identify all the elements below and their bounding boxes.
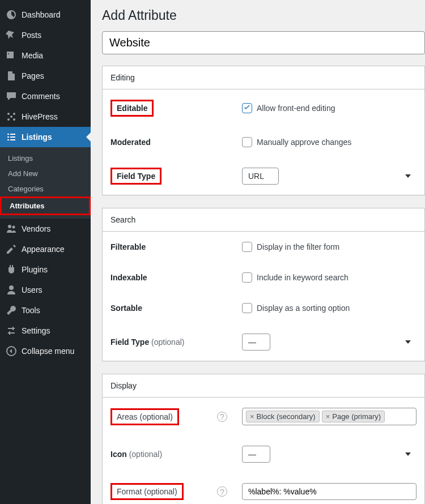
panel-header-editing: Editing (103, 66, 424, 89)
checkbox-sortable[interactable] (242, 303, 252, 313)
row-editing-fieldtype: Field Type URL (103, 157, 424, 195)
sidebar-item-label: Pages (22, 71, 44, 80)
sidebar-item-pages[interactable]: Pages (0, 66, 91, 86)
sidebar-item-label: Media (22, 51, 43, 60)
sidebar-item-collapse[interactable]: Collapse menu (0, 341, 91, 361)
label-format-opt: (optional) (144, 487, 177, 496)
sidebar-item-vendors[interactable]: Vendors (0, 219, 91, 239)
plugins-icon (6, 264, 17, 275)
sidebar-item-label: Plugins (22, 265, 48, 274)
row-moderated: Moderated Manually approve changes (103, 127, 424, 157)
sidebar-item-label: Settings (22, 326, 50, 335)
area-tag[interactable]: Block (secondary) (246, 411, 320, 422)
sidebar-item-dashboard[interactable]: Dashboard (0, 5, 91, 25)
label-editable: Editable (110, 100, 154, 117)
users-icon (6, 284, 17, 296)
row-indexable: Indexable Include in keyword search (103, 262, 424, 293)
label-filterable: Filterable (110, 242, 242, 251)
pages-icon (6, 70, 17, 82)
sidebar-item-appearance[interactable]: Appearance (0, 239, 91, 259)
label-indexable: Indexable (110, 273, 242, 282)
label-areas: Areas (117, 412, 138, 421)
svg-point-1 (13, 113, 15, 115)
main-content: Add Attribute Editing Editable Allow fro… (91, 0, 425, 504)
sidebar-item-label: HivePress (22, 112, 58, 121)
sidebar-item-label: Comments (22, 92, 60, 101)
label-areas-opt: (optional) (139, 412, 172, 421)
label-icon-opt: (optional) (129, 450, 162, 459)
svg-point-4 (10, 116, 12, 118)
label-editing-fieldtype: Field Type (110, 168, 162, 185)
sidebar-item-label: Dashboard (22, 10, 61, 19)
dashboard-icon (6, 9, 17, 20)
collapse-icon (6, 345, 17, 357)
appearance-icon (6, 244, 17, 255)
sidebar-item-label: Users (22, 285, 42, 294)
search-panel: Search Filterable Display in the filter … (102, 208, 425, 361)
label-moderated: Moderated (110, 138, 242, 147)
checkbox-filterable[interactable] (242, 242, 252, 252)
sidebar-item-comments[interactable]: Comments (0, 86, 91, 106)
display-panel: Display Areas (optional) ? Block (second… (102, 374, 425, 504)
help-icon-areas[interactable]: ? (217, 412, 227, 422)
checkbox-moderated[interactable] (242, 137, 252, 147)
sidebar-item-label: Listings (22, 133, 52, 142)
sidebar-item-label: Tools (22, 306, 40, 315)
sidebar-sub-categories[interactable]: Categories (0, 181, 91, 197)
checkbox-editable[interactable] (242, 103, 252, 113)
row-format: Format (optional) ? (103, 473, 424, 504)
sidebar-item-label: Posts (22, 31, 41, 40)
label-search-fieldtype: Field Type (110, 338, 149, 347)
help-icon-format[interactable]: ? (217, 486, 227, 497)
sidebar-item-listings[interactable]: Listings (0, 127, 91, 147)
checkbox-moderated-label: Manually approve changes (257, 138, 351, 147)
sidebar-item-users[interactable]: Users (0, 280, 91, 300)
format-input[interactable] (242, 483, 416, 500)
sidebar-item-label: Appearance (22, 245, 65, 254)
media-icon (6, 50, 17, 61)
sidebar-item-posts[interactable]: Posts (0, 25, 91, 45)
svg-point-3 (13, 118, 15, 121)
listings-icon (6, 131, 17, 143)
sidebar-item-tools[interactable]: Tools (0, 300, 91, 321)
sidebar-item-media[interactable]: Media (0, 45, 91, 66)
row-filterable: Filterable Display in the filter form (103, 232, 424, 262)
sidebar-item-label: Collapse menu (22, 347, 74, 356)
svg-point-0 (7, 113, 10, 115)
checkbox-indexable[interactable] (242, 272, 252, 283)
settings-icon (6, 325, 17, 336)
panel-header-search: Search (103, 208, 424, 232)
svg-point-5 (8, 225, 11, 228)
row-search-fieldtype: Field Type (optional) — (103, 323, 424, 361)
row-areas: Areas (optional) ? Block (secondary) Pag… (103, 398, 424, 435)
checkbox-indexable-label: Include in keyword search (257, 273, 348, 282)
areas-tag-input[interactable]: Block (secondary) Page (primary) (242, 408, 416, 425)
checkbox-filterable-label: Display in the filter form (257, 242, 339, 251)
select-icon[interactable]: — (242, 446, 270, 463)
svg-point-2 (7, 118, 10, 121)
editing-panel: Editing Editable Allow front-end editing… (102, 66, 425, 195)
listings-submenu: Listings Add New Categories Attributes (0, 147, 91, 219)
sidebar-sub-addnew[interactable]: Add New (0, 166, 91, 181)
label-icon: Icon (110, 450, 127, 459)
row-icon: Icon (optional) — (103, 435, 424, 473)
label-format: Format (117, 487, 142, 496)
svg-point-6 (12, 226, 15, 229)
sidebar-item-hivepress[interactable]: HivePress (0, 106, 91, 127)
admin-sidebar: Dashboard Posts Media Pages Comments Hiv… (0, 0, 91, 504)
select-editing-fieldtype[interactable]: URL (242, 168, 279, 185)
attribute-name-input[interactable] (102, 31, 425, 54)
label-sortable: Sortable (110, 304, 242, 313)
sidebar-item-label: Vendors (22, 224, 50, 233)
sidebar-sub-listings[interactable]: Listings (0, 151, 91, 166)
select-search-fieldtype[interactable]: — (242, 334, 270, 351)
sidebar-item-plugins[interactable]: Plugins (0, 259, 91, 280)
checkbox-editable-label: Allow front-end editing (257, 104, 335, 113)
sidebar-sub-attributes[interactable]: Attributes (2, 198, 89, 213)
label-search-fieldtype-opt: (optional) (151, 338, 184, 347)
pin-icon (6, 29, 17, 41)
panel-header-display: Display (103, 374, 424, 398)
sidebar-item-settings[interactable]: Settings (0, 321, 91, 341)
area-tag[interactable]: Page (primary) (322, 411, 385, 422)
vendors-icon (6, 223, 17, 234)
